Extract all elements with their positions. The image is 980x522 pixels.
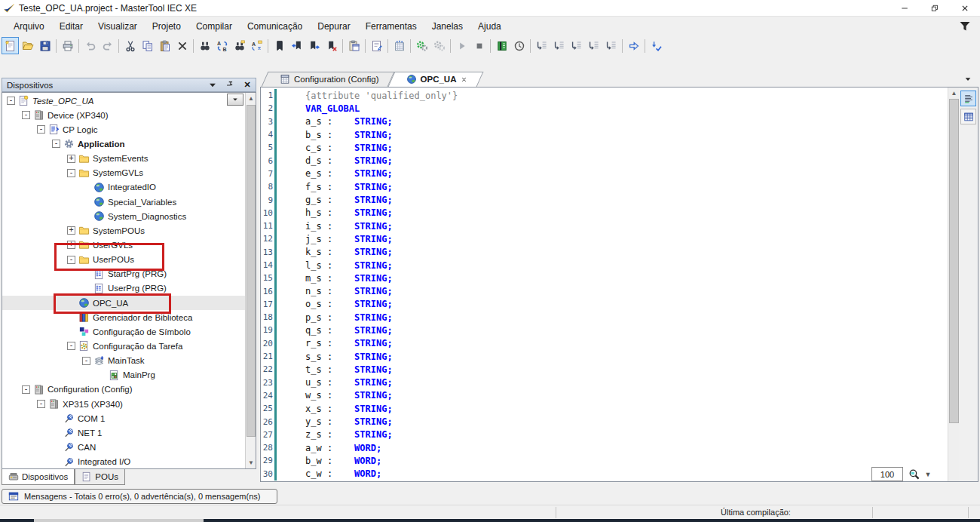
cut-button[interactable]: [121, 37, 139, 54]
step-out-button[interactable]: [568, 37, 585, 54]
expand-icon[interactable]: +: [67, 226, 75, 235]
show-next-statement-button[interactable]: [625, 37, 642, 54]
tree-scrollbar[interactable]: ▲ ▼: [245, 93, 256, 468]
tree-item-teste-opc-ua[interactable]: -Teste_OPC_UA: [2, 94, 245, 108]
code-line[interactable]: 5c_s : STRING;: [261, 141, 978, 154]
tree-item-systemevents[interactable]: +SystemEvents: [2, 152, 245, 166]
collapse-icon[interactable]: -: [82, 357, 90, 365]
tab-configuration-config[interactable]: Configuration (Config): [265, 72, 391, 87]
code-line[interactable]: 10h_s : STRING;: [261, 207, 978, 220]
execution-timing-button[interactable]: [510, 37, 528, 54]
save-button[interactable]: [36, 37, 54, 54]
scrollbar-thumb[interactable]: [247, 105, 256, 437]
tab-list-dropdown-icon[interactable]: [963, 75, 972, 84]
code-line[interactable]: 8f_s : STRING;: [261, 180, 978, 193]
code-line[interactable]: 17o_s : STRING;: [261, 298, 978, 311]
zoom-dropdown-icon[interactable]: ▼: [923, 469, 933, 480]
code-line[interactable]: 13k_s : STRING;: [261, 246, 978, 259]
code-line[interactable]: 24w_s : STRING;: [261, 389, 978, 402]
tree-item-configura-o-de-s-mbolo[interactable]: -Configuração de Símbolo: [2, 324, 245, 339]
menu-arquivo[interactable]: Arquivo: [6, 17, 52, 35]
code-line[interactable]: 19q_s : STRING;: [261, 324, 978, 336]
scroll-down-icon[interactable]: ▼: [246, 457, 256, 468]
collapse-icon[interactable]: -: [67, 342, 75, 350]
tree-root-combo[interactable]: [227, 94, 243, 106]
run-button[interactable]: [453, 37, 470, 54]
menu-ajuda[interactable]: Ajuda: [470, 17, 509, 35]
menu-janelas[interactable]: Janelas: [424, 17, 470, 35]
delete-button[interactable]: [173, 37, 191, 54]
code-line[interactable]: 2VAR_GLOBAL: [261, 102, 978, 115]
tree-item-systemgvls[interactable]: -SystemGVLs: [2, 166, 245, 180]
next-bookmark-button[interactable]: [305, 37, 323, 54]
edit-object-button[interactable]: [368, 37, 385, 54]
code-line[interactable]: 23u_s : STRING;: [261, 376, 978, 389]
menu-visualizar[interactable]: Visualizar: [90, 17, 145, 35]
toggle-bookmark-button[interactable]: [271, 37, 288, 54]
code-line[interactable]: 28a_w : WORD;: [261, 441, 978, 454]
menu-compilar[interactable]: Compilar: [188, 17, 240, 35]
tree-item-configuration-config[interactable]: -Configuration (Config): [2, 382, 245, 397]
tree-item-net-1[interactable]: -NET 1: [2, 425, 245, 440]
find-in-project-button[interactable]: [231, 37, 248, 54]
panel-menu-icon[interactable]: [207, 80, 218, 91]
tree-item-integratedio[interactable]: -IntegratedIO: [2, 180, 245, 195]
collapse-icon[interactable]: -: [22, 111, 30, 119]
code-line[interactable]: 15m_s : STRING;: [261, 272, 978, 284]
code-line[interactable]: 6d_s : STRING;: [261, 154, 978, 167]
tab-dispositivos[interactable]: Dispositivos: [2, 469, 75, 485]
panel-close-icon[interactable]: ✕: [242, 80, 253, 91]
undo-button[interactable]: [81, 37, 99, 54]
code-line[interactable]: 29b_w : WORD;: [261, 454, 978, 467]
code-line[interactable]: 18p_s : STRING;: [261, 311, 978, 324]
close-tab-icon[interactable]: [460, 75, 467, 83]
step-into-button[interactable]: [550, 37, 568, 54]
code-line[interactable]: 27z_s : STRING;: [261, 428, 978, 441]
code-line[interactable]: 7e_s : STRING;: [261, 167, 978, 180]
paste-button[interactable]: [156, 37, 173, 54]
menu-ferramentas[interactable]: Ferramentas: [358, 17, 424, 35]
code-line[interactable]: 20r_s : STRING;: [261, 337, 978, 350]
menu-comunica-o[interactable]: Comunicação: [240, 17, 310, 35]
declaration-textview-button[interactable]: [960, 91, 976, 106]
code-line[interactable]: 11i_s : STRING;: [261, 220, 978, 232]
stop-button[interactable]: [470, 37, 488, 54]
code-line[interactable]: 14l_s : STRING;: [261, 259, 978, 272]
code-line[interactable]: 1{attribute 'qualified_only'}: [261, 89, 978, 102]
tree-item-integrated-i-o[interactable]: -Integrated I/O: [2, 455, 245, 469]
tree-item-device-xp340[interactable]: -Device (XP340): [2, 108, 245, 122]
magnifier-icon[interactable]: [906, 466, 923, 482]
menu-editar[interactable]: Editar: [52, 17, 90, 35]
menu-depurar[interactable]: Depurar: [310, 17, 357, 35]
scroll-up-icon[interactable]: ▲: [246, 93, 256, 104]
collapse-icon[interactable]: -: [22, 385, 30, 394]
logout-button[interactable]: [430, 37, 448, 54]
tree-item-maintask[interactable]: -MainTask: [2, 354, 245, 368]
code-line[interactable]: 21s_s : STRING;: [261, 350, 978, 363]
copy-button[interactable]: [139, 37, 156, 54]
clear-bookmarks-button[interactable]: [323, 37, 340, 54]
tree-item-can[interactable]: -CAN: [2, 440, 245, 454]
tree-item-xp315-xp340[interactable]: -XP315 (XP340): [2, 397, 245, 411]
expand-icon[interactable]: +: [67, 241, 75, 249]
collapse-icon[interactable]: -: [67, 256, 75, 264]
build-button[interactable]: [390, 37, 408, 54]
code-editor[interactable]: 1{attribute 'qualified_only'}2VAR_GLOBAL…: [260, 87, 978, 482]
new-project-button[interactable]: [2, 37, 19, 54]
code-line[interactable]: 30c_w : WORD;: [261, 468, 978, 481]
step-over-button[interactable]: [533, 37, 550, 54]
tree-item-usergvls[interactable]: +UserGVLs: [2, 238, 245, 252]
tree-item-configura-o-da-tarefa[interactable]: -Configuração da Tarefa: [2, 339, 245, 353]
editor-scrollbar[interactable]: ▲: [948, 88, 959, 481]
previous-bookmark-button[interactable]: [288, 37, 305, 54]
tree-item-opc-ua[interactable]: -OPC_UA: [2, 296, 245, 310]
collapse-icon[interactable]: -: [67, 169, 75, 177]
close-button[interactable]: [950, 0, 980, 16]
breakpoint-button[interactable]: [493, 37, 510, 54]
login-button[interactable]: [413, 37, 430, 54]
menu-projeto[interactable]: Projeto: [145, 17, 188, 35]
print-button[interactable]: [59, 37, 76, 54]
code-line[interactable]: 9g_s : STRING;: [261, 193, 978, 206]
collapse-icon[interactable]: -: [37, 125, 45, 134]
find-button[interactable]: [196, 37, 213, 54]
